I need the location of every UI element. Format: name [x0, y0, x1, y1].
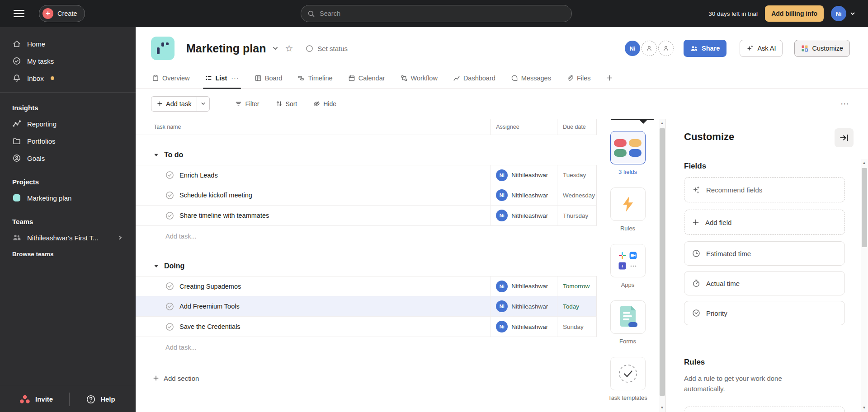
recommend-fields-button[interactable]: Recommend fields: [684, 177, 845, 202]
browse-teams-link[interactable]: Browse teams: [0, 246, 136, 262]
panel-scrollbar[interactable]: ▲ ▼: [861, 159, 868, 412]
tab-dashboard[interactable]: Dashboard: [453, 68, 495, 89]
customize-button[interactable]: Customize: [794, 40, 850, 57]
view-options-icon[interactable]: ⋯: [840, 102, 850, 106]
tab-list[interactable]: List ···: [205, 68, 239, 89]
table-row[interactable]: Enrich Leads Ni Nithileashwar Tuesday: [136, 165, 597, 185]
strip-item-apps[interactable]: T Apps: [597, 244, 659, 289]
assignee-cell[interactable]: Ni Nithileashwar: [490, 276, 557, 296]
assignee-cell[interactable]: Ni Nithileashwar: [490, 206, 557, 225]
filter-button[interactable]: Filter: [235, 100, 259, 108]
hide-button[interactable]: Hide: [313, 100, 336, 108]
sidebar-item-reporting[interactable]: Reporting: [0, 115, 136, 132]
strip-item-rules[interactable]: Rules: [597, 187, 659, 232]
invite-member-placeholder[interactable]: [658, 41, 674, 56]
invite-button[interactable]: Invite: [19, 394, 53, 405]
add-task-row[interactable]: Add task...: [136, 337, 597, 357]
column-header-assignee[interactable]: Assignee: [490, 119, 557, 135]
sidebar-item-home[interactable]: Home: [0, 35, 136, 52]
check-circle-icon[interactable]: [165, 171, 174, 179]
fields-card[interactable]: [610, 131, 646, 164]
assignee-cell[interactable]: Ni Nithileashwar: [490, 317, 557, 337]
check-circle-icon[interactable]: [165, 282, 174, 290]
account-menu[interactable]: Ni: [831, 6, 855, 21]
table-row-selected[interactable]: Add Freemium Tools Ni Nithileashwar Toda…: [136, 296, 597, 317]
tab-files[interactable]: Files: [566, 68, 591, 89]
section-header-doing[interactable]: Doing: [136, 256, 597, 276]
caret-down-icon[interactable]: [154, 153, 159, 158]
table-row[interactable]: Creating Supademos Ni Nithileashwar Tomo…: [136, 276, 597, 296]
add-task-row[interactable]: Add task...: [136, 226, 597, 246]
add-section-button[interactable]: Add section: [153, 370, 597, 386]
assignee-cell[interactable]: Ni Nithileashwar: [490, 296, 557, 316]
table-row[interactable]: Schedule kickoff meeting Ni Nithileashwa…: [136, 185, 597, 206]
column-header-due-date[interactable]: Due date: [557, 119, 596, 135]
due-date-cell[interactable]: Wednesday: [557, 185, 596, 205]
sidebar-item-marketing-plan[interactable]: Marketing plan: [0, 189, 136, 206]
member-avatar[interactable]: Ni: [625, 41, 640, 56]
star-icon[interactable]: ☆: [285, 43, 293, 54]
task-name-cell[interactable]: Enrich Leads: [136, 165, 490, 185]
share-button[interactable]: Share: [684, 40, 726, 57]
forms-card[interactable]: [610, 300, 646, 334]
column-header-task-name[interactable]: Task name: [136, 124, 490, 130]
tab-messages[interactable]: Messages: [511, 68, 551, 89]
teams-header[interactable]: Teams: [0, 214, 136, 229]
check-circle-icon[interactable]: [165, 323, 174, 331]
close-details-button[interactable]: [835, 128, 854, 147]
project-icon[interactable]: [151, 37, 175, 60]
scrollbar-thumb[interactable]: [660, 128, 665, 396]
caret-down-icon[interactable]: [154, 264, 159, 269]
task-name-cell[interactable]: Save the Credentials: [136, 317, 490, 337]
task-name-cell[interactable]: Share timeline with teammates: [136, 206, 490, 225]
invite-member-placeholder[interactable]: [642, 41, 657, 56]
scroll-down-icon[interactable]: ▼: [861, 405, 868, 411]
section-header-todo[interactable]: To do: [136, 145, 597, 165]
field-priority[interactable]: Priority: [684, 301, 845, 325]
rules-card[interactable]: [610, 187, 646, 221]
due-date-cell[interactable]: Thursday: [557, 206, 596, 225]
help-button[interactable]: Help: [86, 394, 115, 404]
strip-item-task-templates[interactable]: Task templates: [597, 357, 659, 402]
check-circle-icon[interactable]: [165, 191, 174, 200]
apps-card[interactable]: T: [610, 244, 646, 277]
due-date-cell[interactable]: Tuesday: [557, 165, 596, 185]
add-view-tab[interactable]: [606, 68, 613, 89]
assignee-cell[interactable]: Ni Nithileashwar: [490, 185, 557, 205]
chevron-right-icon[interactable]: [118, 235, 123, 240]
chevron-down-icon[interactable]: [272, 45, 278, 52]
sidebar-item-my-tasks[interactable]: My tasks: [0, 52, 136, 70]
sidebar-item-portfolios[interactable]: Portfolios: [0, 132, 136, 150]
projects-header[interactable]: Projects: [0, 174, 136, 189]
scroll-up-icon[interactable]: ▲: [659, 120, 665, 126]
sidebar-item-goals[interactable]: Goals: [0, 150, 136, 167]
add-task-button[interactable]: Add task: [151, 96, 210, 112]
assignee-cell[interactable]: Ni Nithileashwar: [490, 165, 557, 185]
due-date-cell[interactable]: Tomorrow: [557, 276, 596, 296]
search-input[interactable]: Search: [301, 5, 572, 22]
add-field-button[interactable]: Add field: [684, 210, 845, 235]
create-button[interactable]: + Create: [39, 5, 85, 22]
tab-workflow[interactable]: Workflow: [401, 68, 438, 89]
scroll-down-icon[interactable]: ▼: [659, 405, 665, 411]
list-scrollbar[interactable]: ▲ ▼: [659, 119, 665, 412]
task-name-cell[interactable]: Add Freemium Tools: [136, 296, 490, 316]
table-row[interactable]: Save the Credentials Ni Nithileashwar Su…: [136, 317, 597, 337]
menu-icon[interactable]: [14, 10, 24, 17]
ask-ai-button[interactable]: Ask AI: [740, 40, 782, 57]
strip-item-forms[interactable]: Forms: [597, 300, 659, 345]
tab-board[interactable]: Board: [255, 68, 283, 89]
tab-timeline[interactable]: Timeline: [297, 68, 332, 89]
due-date-cell[interactable]: Sunday: [557, 317, 596, 337]
task-name-cell[interactable]: Creating Supademos: [136, 276, 490, 296]
add-billing-button[interactable]: Add billing info: [765, 5, 824, 22]
tab-overview[interactable]: Overview: [152, 68, 189, 89]
set-status-button[interactable]: Set status: [306, 45, 348, 52]
tab-more-icon[interactable]: ···: [231, 75, 239, 82]
field-actual-time[interactable]: Actual time: [684, 271, 845, 295]
sidebar-item-team[interactable]: Nithileashwar's First T...: [0, 229, 136, 246]
add-rule-button[interactable]: [684, 407, 845, 412]
scroll-up-icon[interactable]: ▲: [861, 160, 868, 166]
task-templates-card[interactable]: [610, 357, 646, 390]
due-date-cell[interactable]: Today: [557, 296, 596, 316]
